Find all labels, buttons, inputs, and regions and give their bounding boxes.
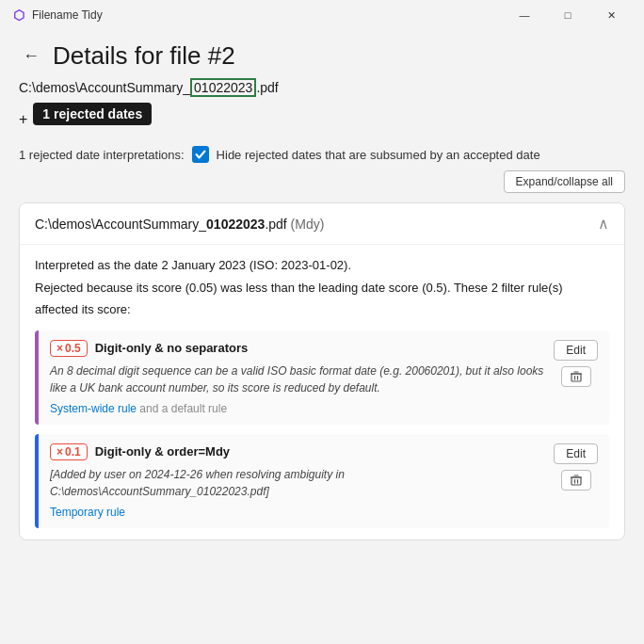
rule-2-actions: Edit bbox=[554, 443, 598, 491]
badge-plus: + bbox=[19, 111, 27, 128]
svg-rect-0 bbox=[572, 374, 581, 381]
filter-row: 1 rejected date interpretations: Hide re… bbox=[19, 146, 625, 163]
title-bar-left: ⬡ Filename Tidy bbox=[11, 8, 103, 23]
minimize-button[interactable]: — bbox=[503, 0, 546, 30]
card-header-title: C:\demos\AccountSummary_01022023.pdf (Md… bbox=[35, 217, 324, 232]
rule-1-edit-button[interactable]: Edit bbox=[554, 340, 598, 361]
card-body: Interpreted as the date 2 January 2023 (… bbox=[20, 245, 624, 539]
maximize-button[interactable]: □ bbox=[546, 0, 589, 30]
rule-1-actions: Edit bbox=[554, 340, 598, 387]
rule-1-score: 0.5 bbox=[65, 342, 81, 355]
rule-2-score: 0.1 bbox=[65, 445, 81, 459]
rule-1-desc: An 8 decimal digit sequence can be a val… bbox=[50, 362, 546, 396]
card-header-muted: (Mdy) bbox=[287, 217, 325, 232]
date-card: C:\demos\AccountSummary_01022023.pdf (Md… bbox=[19, 202, 625, 540]
page-title: Details for file #2 bbox=[53, 41, 235, 71]
filepath-prefix: C:\demos\AccountSummary_ bbox=[19, 80, 190, 95]
filter-label: 1 rejected date interpretations: bbox=[19, 148, 185, 162]
check-icon bbox=[195, 149, 206, 160]
rule-1-footer-link[interactable]: System-wide rule bbox=[50, 402, 137, 415]
filter-description: Hide rejected dates that are subsumed by… bbox=[217, 148, 540, 162]
card-header-prefix: C:\demos\AccountSummary_ bbox=[35, 217, 206, 232]
app-name: Filename Tidy bbox=[32, 8, 103, 22]
card-header-suffix: .pdf bbox=[265, 217, 286, 232]
rule-block-1-left: ×0.5 Digit-only & no separators An 8 dec… bbox=[50, 340, 546, 415]
chevron-up-icon[interactable]: ∧ bbox=[598, 215, 609, 233]
rule-block-2: ×0.1 Digit-only & order=Mdy [Added by us… bbox=[35, 434, 609, 528]
rule-2-desc: [Added by user on 2024-12-26 when resolv… bbox=[50, 466, 546, 500]
card-header: C:\demos\AccountSummary_01022023.pdf (Md… bbox=[20, 203, 624, 245]
trash-icon-2 bbox=[570, 474, 583, 487]
interpretation-line3: affected its score: bbox=[35, 300, 609, 319]
rule-1-score-badge: ×0.5 bbox=[50, 340, 88, 357]
title-bar: ⬡ Filename Tidy — □ ✕ bbox=[0, 0, 644, 30]
rule-2-title-row: ×0.1 Digit-only & order=Mdy bbox=[50, 443, 546, 460]
back-button[interactable]: ← bbox=[19, 46, 43, 66]
trash-icon bbox=[570, 370, 583, 383]
rule-1-footer-suffix: and a default rule bbox=[137, 402, 227, 415]
filepath-suffix: .pdf bbox=[256, 80, 278, 95]
rule-2-delete-button[interactable] bbox=[561, 470, 591, 491]
rejected-badge-label: 1 rejected dates bbox=[42, 106, 142, 121]
rule-1-title-row: ×0.5 Digit-only & no separators bbox=[50, 340, 546, 357]
rule-2-edit-button[interactable]: Edit bbox=[554, 443, 598, 464]
hide-subsumed-checkbox[interactable] bbox=[192, 146, 209, 163]
interpretation-line1: Interpreted as the date 2 January 2023 (… bbox=[35, 256, 609, 275]
rule-block-2-left: ×0.1 Digit-only & order=Mdy [Added by us… bbox=[50, 443, 546, 519]
svg-rect-5 bbox=[572, 477, 581, 485]
rule-2-name: Digit-only & order=Mdy bbox=[95, 444, 230, 459]
rule-1-name: Digit-only & no separators bbox=[95, 341, 249, 355]
rule-1-footer: System-wide rule and a default rule bbox=[50, 402, 546, 415]
rule-block-1: ×0.5 Digit-only & no separators An 8 dec… bbox=[35, 330, 609, 425]
card-header-highlight: 01022023 bbox=[206, 217, 265, 232]
filepath-row: C:\demos\AccountSummary_01022023.pdf bbox=[19, 78, 625, 97]
close-button[interactable]: ✕ bbox=[589, 0, 633, 30]
expand-collapse-button[interactable]: Expand/collapse all bbox=[504, 170, 625, 193]
expand-row: Expand/collapse all bbox=[19, 170, 625, 193]
main-content: ← Details for file #2 C:\demos\AccountSu… bbox=[0, 30, 644, 559]
rule-2-score-badge: ×0.1 bbox=[50, 443, 88, 460]
rule-2-footer-link[interactable]: Temporary rule bbox=[50, 506, 125, 519]
interpretation-line2: Rejected because its score (0.05) was le… bbox=[35, 279, 609, 298]
filepath-highlighted: 01022023 bbox=[190, 78, 256, 97]
rejected-dates-badge: 1 rejected dates bbox=[33, 103, 152, 125]
header-row: ← Details for file #2 bbox=[19, 41, 625, 71]
window-controls: — □ ✕ bbox=[503, 0, 633, 30]
rule-1-delete-button[interactable] bbox=[561, 366, 591, 387]
rule-2-footer: Temporary rule bbox=[50, 506, 546, 519]
app-icon: ⬡ bbox=[11, 8, 26, 23]
